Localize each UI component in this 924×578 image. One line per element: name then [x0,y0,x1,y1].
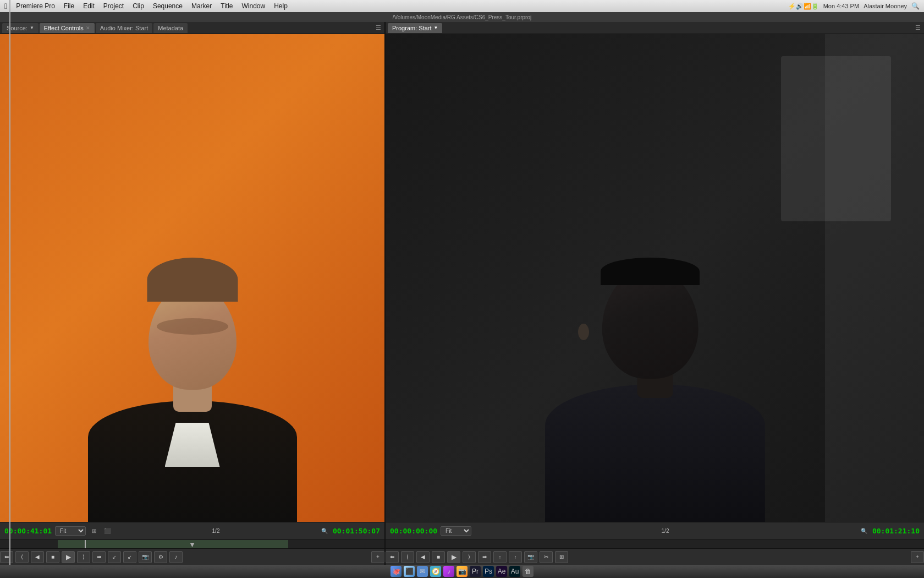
prog-trim-button[interactable]: ✂ [540,551,553,563]
source-timecode-out: 00:01:50:07 [333,527,380,535]
zoom-icon-program[interactable]: 🔍 [859,526,869,536]
menu-file[interactable]: File [64,2,74,10]
program-playhead-bar[interactable] [386,539,924,548]
panel-menu-icon[interactable]: ☰ [375,24,382,32]
menu-window[interactable]: Window [242,2,266,10]
menu-edit[interactable]: Edit [83,2,95,10]
source-fit-dropdown[interactable]: Fit 25% 50% 100% [55,526,86,536]
menubar-right: ⚡🔊📶🔋 Mon 4:43 PM Alastair Mooney 🔍 [788,2,920,10]
prog-multicam-button[interactable]: ⊞ [555,551,568,563]
menu-premiere[interactable]: Premiere Pro [16,2,55,10]
source-transport: ⬅ ⟨ ◀ ■ ▶ ⟩ ➡ ↙ ↙ 📷 ⚙ ♪ + [0,548,384,565]
program-video [386,34,924,522]
source-ratio: 1/2 [212,528,220,534]
program-timecode-in: 00:00:00:00 [390,527,437,535]
menu-bar:  Premiere Pro File Edit Project Clip Se… [0,0,924,12]
menubar-time: Mon 4:43 PM [823,3,859,9]
source-timecode-in: 00:00:41:01 [4,527,52,535]
tab-metadata[interactable]: Metadata [153,23,188,33]
insert-button[interactable]: ↙ [108,551,121,563]
tab-program-dropdown[interactable]: ▼ [434,25,438,30]
dock-safari[interactable]: 🧭 [430,566,441,577]
program-viewer [386,34,924,522]
tab-effect-controls[interactable]: Effect Controls ✕ [40,23,95,33]
tab-source[interactable]: Source: ▼ [2,23,38,33]
menu-project[interactable]: Project [103,2,124,10]
menu-clip[interactable]: Clip [133,2,144,10]
export-button[interactable]: 📷 [139,551,152,563]
tab-effect-controls-label: Effect Controls [44,25,84,31]
dock-photos[interactable]: 📷 [457,566,468,577]
menu-help[interactable]: Help [274,2,288,10]
step-forward-button[interactable]: ⟩ [77,551,90,563]
dock-aftereffects[interactable]: Ae [496,566,507,577]
dock-audition[interactable]: Au [509,566,520,577]
menubar-icons: ⚡🔊📶🔋 [788,3,819,10]
source-viewer [0,34,384,522]
dock-finder[interactable]: 🐙 [391,566,402,577]
zoom-icon-source[interactable]: 🔍 [320,526,329,536]
program-panel-tabs: Program: Start ▼ ☰ [386,22,924,34]
program-transport: ⬅ ⟨ ◀ ■ ▶ ⟩ ➡ ↑ ↑ 📷 ✂ ⊞ + [386,548,924,565]
tab-source-dropdown[interactable]: ▼ [30,25,34,30]
source-monitor-panel: Source: ▼ Effect Controls ✕ Audio Mixer:… [0,22,385,565]
dock-itunes[interactable]: ♪ [443,566,454,577]
tab-program-label: Program: Start [392,25,432,31]
safe-margins-icon[interactable]: ⊞ [89,526,99,536]
prog-extract-button[interactable]: ↑ [509,551,522,563]
settings-button[interactable]: ⚙ [154,551,167,563]
dock-launchpad[interactable]: ⬛ [404,566,415,577]
program-fit-dropdown[interactable]: Fit 25% 50% 100% [441,526,471,536]
menu-title[interactable]: Title [221,2,233,10]
tab-metadata-label: Metadata [158,25,183,31]
source-controls: 00:00:41:01 Fit 25% 50% 100% ⊞ ⬛ 1/2 🔍 0… [0,522,384,539]
menubar-user: Alastair Mooney [864,3,907,9]
program-panel-menu-icon[interactable]: ☰ [914,24,922,32]
audio-button[interactable]: ♪ [169,551,183,563]
dock-trash[interactable]: 🗑 [522,566,534,577]
step-back-button[interactable]: ⟨ [15,551,29,563]
prog-play-button[interactable]: ▶ [447,551,460,563]
tab-audio-mixer-label: Audio Mixer: Start [100,25,148,31]
stop-button[interactable]: ■ [46,551,59,563]
menu-marker[interactable]: Marker [191,2,212,10]
play-button[interactable]: ▶ [62,551,75,563]
search-icon[interactable]: 🔍 [911,2,920,10]
apple-menu[interactable]:  [4,2,7,10]
project-path: /Volumes/MoonMedia/RG Assets/CS6_Press_T… [393,14,531,20]
dock-photoshop[interactable]: Ps [483,566,494,577]
prog-step-back-button[interactable]: ⟨ [401,551,414,563]
source-panel-tabs: Source: ▼ Effect Controls ✕ Audio Mixer:… [0,22,384,34]
program-ratio: 1/2 [662,528,669,534]
prog-lift-button[interactable]: ↑ [493,551,507,563]
add-out-button[interactable]: ➡ [92,551,106,563]
tab-audio-mixer[interactable]: Audio Mixer: Start [96,23,152,33]
play-back-button[interactable]: ◀ [31,551,44,563]
prog-add-out-button[interactable]: ➡ [478,551,491,563]
prog-play-back-button[interactable]: ◀ [416,551,430,563]
dock-premiere[interactable]: Pr [470,566,481,577]
titlebar: /Volumes/MoonMedia/RG Assets/CS6_Press_T… [0,12,924,22]
prog-step-forward-button[interactable]: ⟩ [463,551,476,563]
tab-effect-close[interactable]: ✕ [86,25,90,31]
dock-mail[interactable]: ✉ [417,566,428,577]
prog-export-button[interactable]: 📷 [524,551,537,563]
program-timecode-out: 00:01:21:10 [872,527,920,535]
prog-add-button[interactable]: + [911,551,924,563]
add-in-button[interactable]: ⬅ [0,551,13,563]
prog-stop-button[interactable]: ■ [432,551,445,563]
program-controls: 00:00:00:00 Fit 25% 50% 100% 1/2 🔍 00:01… [386,522,924,539]
tab-program[interactable]: Program: Start ▼ [388,23,442,33]
source-video [0,34,384,522]
dock: 🐙 ⬛ ✉ 🧭 ♪ 📷 Pr Ps Ae Au 🗑 [0,565,924,578]
overwrite-button[interactable]: ↙ [123,551,136,563]
main-layout: Source: ▼ Effect Controls ✕ Audio Mixer:… [0,22,924,565]
output-icon[interactable]: ⬛ [102,526,112,536]
source-playhead-bar[interactable] [0,539,384,548]
menu-sequence[interactable]: Sequence [153,2,183,10]
add-button[interactable]: + [371,551,384,563]
program-monitor-panel: Program: Start ▼ ☰ [385,22,924,565]
prog-add-in-button[interactable]: ⬅ [386,551,399,563]
